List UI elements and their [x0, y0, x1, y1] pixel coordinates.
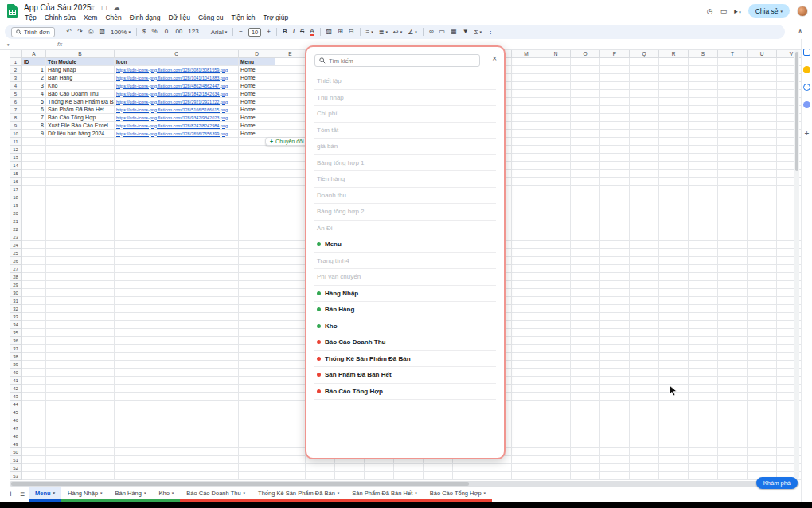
cell[interactable]: [659, 106, 689, 114]
cell[interactable]: Dữ liệu bán hàng 2024: [46, 130, 115, 138]
cell[interactable]: [239, 305, 275, 313]
cell[interactable]: [239, 297, 275, 305]
cell[interactable]: [748, 90, 777, 98]
cell[interactable]: [659, 241, 689, 249]
cell[interactable]: [275, 464, 306, 472]
cell[interactable]: [115, 321, 239, 329]
cell[interactable]: [239, 281, 275, 289]
cell[interactable]: [630, 353, 659, 361]
cell-link[interactable]: https://cdn-icons-png.flaticon.com/128/8…: [115, 122, 239, 130]
cell[interactable]: [512, 178, 541, 186]
cell[interactable]: [718, 424, 748, 432]
cell[interactable]: [748, 361, 777, 369]
cell[interactable]: [115, 138, 239, 146]
sheet-tab[interactable]: Báo Cáo Tổng Hợp▾: [424, 487, 492, 502]
cell[interactable]: [748, 440, 777, 448]
cell[interactable]: [718, 385, 748, 393]
meet-icon[interactable]: ▸ ▾: [734, 7, 740, 15]
cell[interactable]: [630, 106, 659, 114]
cell[interactable]: [115, 408, 239, 416]
cell[interactable]: [46, 401, 115, 408]
cell[interactable]: [239, 464, 275, 472]
cell[interactable]: [46, 440, 115, 448]
cell[interactable]: [718, 361, 748, 369]
cell[interactable]: [600, 393, 630, 401]
cell[interactable]: [46, 456, 115, 464]
cell[interactable]: [512, 170, 541, 178]
row-header-49[interactable]: 49: [10, 440, 22, 448]
cell[interactable]: [46, 408, 115, 416]
cell[interactable]: [22, 138, 46, 146]
cell[interactable]: [541, 58, 571, 66]
cell[interactable]: [22, 369, 46, 377]
cell[interactable]: [46, 329, 115, 337]
insert-link-icon[interactable]: ∞: [429, 29, 434, 35]
cell[interactable]: [748, 98, 777, 106]
row-header-39[interactable]: 39: [10, 361, 22, 369]
cell[interactable]: [239, 193, 275, 201]
cell[interactable]: [541, 393, 571, 401]
cell[interactable]: [630, 424, 659, 432]
cell[interactable]: [239, 408, 275, 416]
cell[interactable]: [718, 154, 748, 162]
cell[interactable]: [748, 209, 777, 217]
cell[interactable]: [115, 297, 239, 305]
cell[interactable]: [689, 58, 718, 66]
cell[interactable]: Home: [239, 66, 275, 74]
sheet-list-item[interactable]: Thiết lập: [314, 73, 496, 90]
cell[interactable]: [689, 321, 718, 329]
cell[interactable]: [239, 401, 275, 408]
cell[interactable]: [46, 369, 115, 377]
sheet-tab[interactable]: Menu▾: [29, 487, 61, 502]
cell[interactable]: [689, 385, 718, 393]
cell[interactable]: [46, 297, 115, 305]
cell[interactable]: [571, 369, 600, 377]
cell[interactable]: Bán Hàng: [46, 74, 115, 82]
cell[interactable]: [22, 440, 46, 448]
cell[interactable]: [718, 408, 748, 416]
cell[interactable]: [689, 225, 718, 233]
row-header-36[interactable]: 36: [10, 337, 22, 345]
cell[interactable]: [46, 217, 115, 225]
cell[interactable]: [541, 424, 571, 432]
cell[interactable]: [22, 225, 46, 233]
cell[interactable]: [541, 162, 571, 170]
cell[interactable]: [748, 225, 777, 233]
decrease-font-size-icon[interactable]: −: [239, 29, 243, 35]
cell[interactable]: [512, 456, 541, 464]
cell[interactable]: [689, 472, 718, 480]
cell[interactable]: [600, 456, 630, 464]
cell[interactable]: [115, 273, 239, 281]
cell[interactable]: [659, 249, 689, 257]
sheet-list-item[interactable]: Thống Kê Sản Phẩm Đã Bán: [314, 351, 496, 368]
sheet-tab[interactable]: Bán Hàng▾: [109, 487, 153, 502]
cell[interactable]: [22, 297, 46, 305]
cell[interactable]: [718, 122, 748, 130]
cell[interactable]: [541, 170, 571, 178]
cell[interactable]: [630, 313, 659, 321]
cell[interactable]: [600, 66, 630, 74]
cell[interactable]: [630, 265, 659, 273]
cell[interactable]: [275, 265, 306, 273]
cell[interactable]: [600, 369, 630, 377]
cell[interactable]: [22, 472, 46, 480]
cell[interactable]: [275, 98, 306, 106]
cell[interactable]: [630, 249, 659, 257]
cell[interactable]: [22, 170, 46, 178]
cell[interactable]: [748, 313, 777, 321]
cell[interactable]: [275, 170, 306, 178]
cell[interactable]: [275, 225, 306, 233]
font-select[interactable]: Arial▾: [211, 29, 228, 36]
cell[interactable]: [689, 154, 718, 162]
cell[interactable]: [600, 273, 630, 281]
cell[interactable]: [600, 201, 630, 209]
cell[interactable]: [115, 464, 239, 472]
cell[interactable]: [630, 329, 659, 337]
cell[interactable]: [689, 337, 718, 345]
cell[interactable]: [748, 193, 777, 201]
cell[interactable]: [689, 408, 718, 416]
sheet-list-item[interactable]: Tóm tắt: [314, 123, 496, 139]
row-header-44[interactable]: 44: [10, 401, 22, 408]
cell[interactable]: [541, 249, 571, 257]
cell[interactable]: [630, 416, 659, 424]
